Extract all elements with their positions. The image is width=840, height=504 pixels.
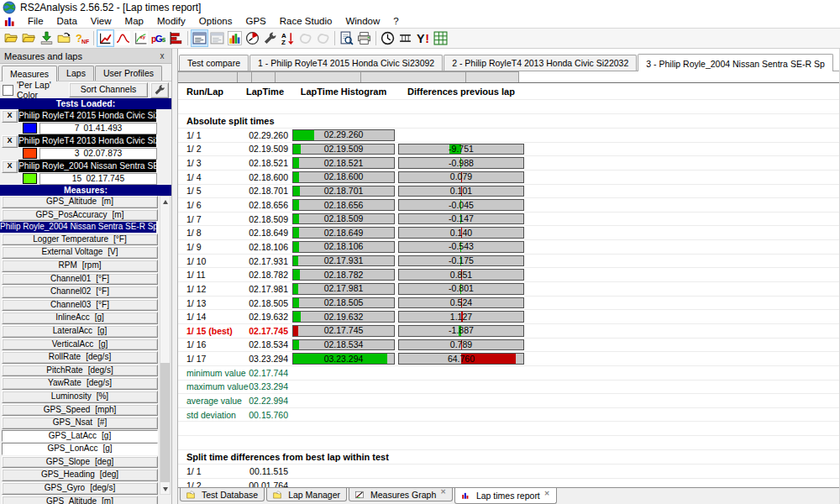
measure-button-inlineacc[interactable]: InlineAcc[g] [2, 312, 158, 324]
panel-tab-laps[interactable]: Laps [58, 66, 94, 81]
per-lap-color-checkbox[interactable] [3, 85, 13, 96]
measure-button-rpm[interactable]: RPM[rpm] [2, 260, 158, 272]
measure-button-gps_lonacc[interactable]: GPS_LonAcc[g] [2, 443, 158, 455]
measure-button-channel02[interactable]: Channel02[°F] [2, 286, 158, 298]
lap-label: 1/ 10 [178, 255, 238, 268]
menu-item-window[interactable]: Window [339, 15, 386, 27]
measure-button-external voltage[interactable]: External Voltage[V] [2, 246, 158, 259]
stripe-cell[interactable] [252, 71, 276, 82]
test-color-swatch[interactable] [23, 123, 37, 134]
measure-button-yawrate[interactable]: YawRate[deg/s] [2, 377, 158, 390]
menu-item-modify[interactable]: Modify [150, 15, 192, 27]
measure-button-gps_speed[interactable]: GPS_Speed[mph] [2, 404, 158, 417]
measure-button-gps_posaccuracy[interactable]: GPS_PosAccuracy[m] [2, 209, 158, 222]
panel-tab-measures[interactable]: Measures [2, 66, 57, 81]
test-tab-4[interactable]: 3 - Philip Royle_2004 Nissan Sentra SE-R… [638, 54, 832, 71]
lap-row: 1/ 1703.23.29403.23.29464.760 [178, 352, 839, 366]
doc-tab-measures-graph[interactable]: Measures Graph✕ [349, 488, 453, 501]
measures-scrollbar[interactable] [160, 196, 171, 495]
menu-item-?[interactable]: ? [386, 15, 405, 27]
menu-item-file[interactable]: File [21, 15, 50, 27]
stripe-cell[interactable] [178, 71, 238, 82]
histogram-curve-icon[interactable] [114, 29, 132, 47]
lap-time: 03.23.294 [238, 352, 292, 365]
xy-graph-icon[interactable]: xy [132, 29, 150, 47]
test-lap-summary: 7 01.41.493 [39, 123, 157, 134]
measure-button-gps_nsat[interactable]: GPS_Nsat[#] [2, 417, 158, 429]
time-clock-icon[interactable] [379, 29, 396, 47]
measure-button-luminosity[interactable]: Luminosity[%] [2, 391, 158, 403]
measure-button-gps_gyro[interactable]: GPS_Gyro[deg/s] [2, 482, 158, 495]
load-test-icon[interactable] [55, 29, 73, 47]
test-tab-2[interactable]: 1 - Philip RoyleT4 2015 Honda Civic Si23… [249, 55, 443, 71]
sort-az-icon[interactable]: AZ [279, 29, 297, 47]
export-excel-icon[interactable] [432, 29, 449, 47]
lap-time: 02.17.931 [238, 255, 292, 268]
test-tab-1[interactable]: Test compare [179, 55, 249, 71]
open-test-icon[interactable] [3, 29, 20, 47]
stripe-cell[interactable] [238, 71, 252, 82]
menu-item-gps[interactable]: GPS [239, 15, 272, 27]
measure-button-gps_altitude[interactable]: GPS_Altitude[m] [2, 196, 158, 208]
lap-time: 02.18.521 [238, 156, 292, 170]
stripe-cell[interactable] [276, 71, 361, 82]
tab-close-icon[interactable]: ✕ [440, 488, 446, 496]
measure-button-gps_altitude[interactable]: GPS_Altitude[m] [2, 496, 158, 504]
measure-button-channel03[interactable]: Channel03[°F] [2, 299, 158, 312]
test-tab-3[interactable]: 2 - Philip RoyleT4 2013 Honda Civic Si22… [444, 55, 637, 71]
print-preview-icon[interactable] [338, 29, 355, 47]
lap-row: 1/ 1302.18.50502.18.5050.524 [178, 297, 839, 311]
measure-button-gps_heading[interactable]: GPS_Heading[deg] [2, 469, 158, 481]
lap-difference: 0.140 [398, 226, 524, 239]
scroll-down-icon[interactable] [160, 484, 170, 494]
open-folder-icon[interactable] [20, 29, 38, 47]
measure-button-logger temperature[interactable]: Logger Temperature[°F] [2, 234, 158, 246]
scrollbar-thumb[interactable] [160, 363, 170, 482]
measure-button-verticalacc[interactable]: VerticalAcc[g] [2, 339, 158, 351]
channels-histogram-icon[interactable] [226, 29, 244, 47]
stripe-cell[interactable] [466, 71, 519, 82]
panel-close-icon[interactable]: x [157, 51, 167, 60]
measure-button-pitchrate[interactable]: PitchRate[deg/s] [2, 365, 158, 377]
panel-splitter[interactable] [172, 49, 178, 504]
lap-bars-icon[interactable] [167, 29, 185, 47]
tab-close-icon[interactable]: ✕ [544, 490, 550, 497]
lap-times-report-icon[interactable] [191, 29, 208, 47]
column-header-stripe [178, 71, 839, 83]
menu-item-race-studio[interactable]: Race Studio [273, 15, 339, 27]
doc-tab-test-database[interactable]: Test Database [180, 488, 265, 501]
menu-item-options[interactable]: Options [192, 15, 239, 27]
gauge-view-icon[interactable] [244, 29, 261, 47]
lap-label: 1/ 2 [178, 143, 238, 156]
test-color-swatch[interactable] [23, 173, 37, 184]
measure-button-gps_latacc[interactable]: GPS_LatAcc[g] [2, 430, 158, 443]
sort-channels-button[interactable]: Sort Channels [69, 82, 148, 97]
channel-settings-wrench-icon[interactable] [150, 82, 169, 98]
measure-button-gps_slope[interactable]: GPS_Slope[deg] [2, 456, 158, 469]
lap-time: 02.19.509 [238, 143, 292, 156]
measures-graph-icon[interactable] [97, 29, 114, 47]
doc-tab-lap-manager[interactable]: Lap Manager [266, 488, 347, 501]
measure-button-rollrate[interactable]: RollRate[deg/s] [2, 351, 158, 364]
test-color-swatch[interactable] [23, 148, 37, 159]
y-stats-icon[interactable]: Y! [414, 29, 432, 47]
remove-test-button[interactable]: X [2, 135, 18, 148]
report-alt-icon[interactable] [208, 29, 226, 47]
track-sections-icon[interactable] [396, 29, 414, 47]
print-icon[interactable] [355, 29, 373, 47]
import-data-icon[interactable] [38, 29, 55, 47]
menu-item-data[interactable]: Data [50, 15, 84, 27]
measure-button-channel01[interactable]: Channel01[°F] [2, 273, 158, 286]
tools-wrench-icon[interactable] [261, 29, 279, 47]
doc-tab-lap-times-report[interactable]: Lap times report✕ [454, 488, 557, 504]
menu-item-view[interactable]: View [84, 15, 118, 27]
gps-graph-icon[interactable]: pGs [150, 29, 167, 47]
remove-test-button[interactable]: X [2, 160, 18, 173]
key-info-icon[interactable]: ?NF [73, 29, 91, 47]
remove-test-button[interactable]: X [2, 110, 18, 123]
stripe-cell[interactable] [361, 71, 466, 82]
scroll-up-icon[interactable] [160, 197, 170, 207]
menu-item-map[interactable]: Map [118, 15, 150, 27]
measure-button-lateralacc[interactable]: LateralAcc[g] [2, 325, 158, 338]
panel-tab-user-profiles[interactable]: User Profiles [95, 66, 162, 81]
